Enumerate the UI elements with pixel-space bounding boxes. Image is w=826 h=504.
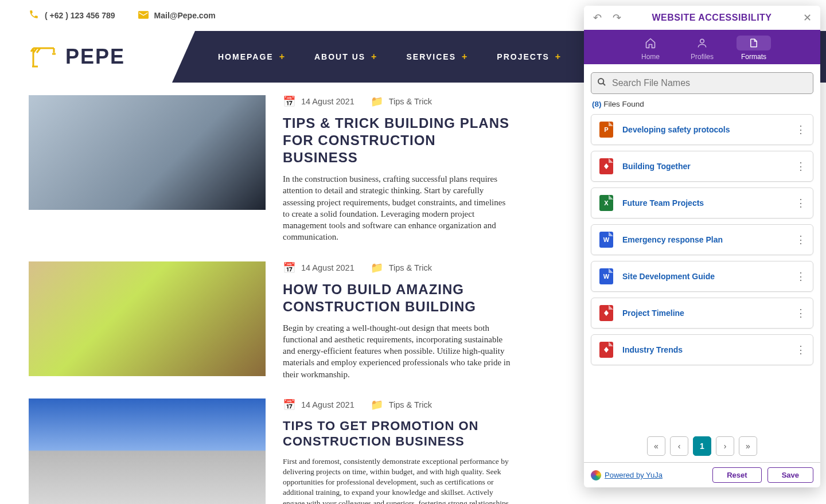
doc-icon: W — [599, 268, 613, 284]
email-text: Mail@Pepe.com — [154, 11, 216, 20]
nav-projects[interactable]: PROJECTS+ — [497, 52, 562, 62]
file-row[interactable]: Project Timeline⋮ — [591, 298, 813, 329]
yuja-icon — [591, 470, 601, 480]
close-button[interactable]: ✕ — [801, 11, 813, 24]
file-menu-button[interactable]: ⋮ — [796, 270, 805, 283]
file-name: Site Development Guide — [622, 272, 786, 281]
search-input[interactable] — [612, 78, 807, 88]
profile-icon — [685, 36, 719, 50]
article-thumb[interactable] — [29, 261, 266, 376]
file-row[interactable]: WSite Development Guide⋮ — [591, 261, 813, 292]
article-body: In the construction business, crafting s… — [283, 173, 511, 243]
file-menu-button[interactable]: ⋮ — [796, 160, 805, 173]
page-prev[interactable]: ‹ — [670, 436, 688, 456]
phone-icon — [29, 9, 39, 22]
page-last[interactable]: » — [739, 436, 757, 456]
plus-icon: + — [371, 52, 377, 62]
tab-profiles[interactable]: Profiles — [685, 36, 719, 64]
panel-footer: Powered by YuJa Reset Save — [584, 462, 820, 487]
file-row[interactable]: Building Together⋮ — [591, 151, 813, 182]
article-item: 📅14 Agust 2021 📁Tips & Trick TIPS & TRIC… — [29, 95, 511, 243]
article-body: First and foremost, consistently demonst… — [283, 456, 511, 504]
article-item: 📅14 Agust 2021 📁Tips & Trick HOW TO BUIL… — [29, 261, 511, 380]
folder-icon: 📁 — [371, 398, 383, 411]
save-button[interactable]: Save — [767, 467, 813, 483]
file-menu-button[interactable]: ⋮ — [796, 197, 805, 209]
article-cat: Tips & Trick — [389, 400, 432, 409]
tab-formats[interactable]: Formats — [737, 36, 771, 64]
mail-icon — [138, 10, 149, 22]
pdf-icon — [599, 305, 613, 321]
home-icon — [633, 36, 668, 50]
article-thumb[interactable] — [29, 398, 266, 504]
file-menu-button[interactable]: ⋮ — [796, 307, 805, 319]
plus-icon: + — [462, 52, 468, 62]
doc-icon: W — [599, 232, 613, 248]
article-item: 📅14 Agust 2021 📁Tips & Trick TIPS TO GET… — [29, 398, 511, 504]
plus-icon: + — [555, 52, 562, 62]
page-current[interactable]: 1 — [693, 436, 711, 456]
file-row[interactable]: Industry Trends⋮ — [591, 334, 813, 365]
file-row[interactable]: PDeveloping safety protocols⋮ — [591, 114, 813, 145]
file-list: PDeveloping safety protocols⋮Building To… — [584, 114, 820, 430]
nav-about[interactable]: ABOUT US+ — [314, 52, 377, 62]
article-date: 14 Agust 2021 — [301, 400, 354, 409]
article-cat: Tips & Trick — [389, 263, 432, 272]
article-title[interactable]: HOW TO BUILD AMAZING CONSTRUCTION BUILDI… — [283, 281, 511, 315]
article-body: Begin by creating a well-thought-out des… — [283, 322, 511, 380]
ppt-icon: P — [599, 122, 613, 138]
search-icon — [597, 77, 606, 89]
calendar-icon: 📅 — [283, 398, 295, 411]
article-title[interactable]: TIPS & TRICK BUILDING PLANS FOR CONSTRUC… — [283, 115, 511, 166]
article-thumb[interactable] — [29, 95, 266, 210]
file-menu-button[interactable]: ⋮ — [796, 123, 805, 136]
undo-button[interactable]: ↶ — [591, 11, 603, 24]
folder-icon: 📁 — [371, 95, 383, 108]
file-name: Emergency response Plan — [622, 235, 786, 244]
file-name: Building Together — [622, 162, 786, 171]
page-first[interactable]: « — [647, 436, 665, 456]
accessibility-panel: ↶ ↷ WEBSITE ACCESSIBILITY ✕ Home Profile… — [584, 6, 820, 487]
article-cat: Tips & Trick — [389, 97, 432, 106]
tab-home[interactable]: Home — [633, 36, 668, 64]
folder-icon: 📁 — [371, 261, 383, 274]
search-field[interactable] — [591, 72, 813, 94]
crane-icon — [29, 41, 57, 72]
powered-by-link[interactable]: Powered by YuJa — [591, 470, 663, 480]
phone[interactable]: ( +62 ) 123 456 789 — [29, 9, 115, 22]
nav-services[interactable]: SERVICES+ — [406, 52, 468, 62]
brand-text: PEPE — [65, 45, 125, 69]
svg-point-1 — [598, 79, 603, 84]
calendar-icon: 📅 — [283, 261, 295, 274]
logo[interactable]: PEPE — [0, 41, 172, 72]
file-name: Industry Trends — [622, 345, 786, 354]
article-date: 14 Agust 2021 — [301, 263, 354, 272]
article-title[interactable]: TIPS TO GET PROMOTION ON CONSTRUCTION BU… — [283, 418, 511, 450]
pagination: « ‹ 1 › » — [584, 430, 820, 462]
phone-text: ( +62 ) 123 456 789 — [45, 11, 115, 20]
files-found: (8) Files Found — [584, 100, 820, 114]
plus-icon: + — [279, 52, 286, 62]
panel-title: WEBSITE ACCESSIBILITY — [630, 13, 794, 23]
calendar-icon: 📅 — [283, 95, 295, 108]
article-date: 14 Agust 2021 — [301, 97, 354, 106]
email[interactable]: Mail@Pepe.com — [138, 10, 216, 22]
article-list: 📅14 Agust 2021 📁Tips & Trick TIPS & TRIC… — [0, 83, 539, 504]
file-row[interactable]: XFuture Team Projects⋮ — [591, 187, 813, 218]
pdf-icon — [599, 158, 613, 174]
page-next[interactable]: › — [716, 436, 734, 456]
svg-point-0 — [700, 39, 704, 43]
reset-button[interactable]: Reset — [712, 467, 761, 483]
document-icon — [737, 36, 771, 50]
file-name: Developing safety protocols — [622, 125, 786, 134]
redo-button[interactable]: ↷ — [610, 11, 623, 24]
file-name: Project Timeline — [622, 308, 786, 318]
pdf-icon — [599, 342, 613, 358]
file-menu-button[interactable]: ⋮ — [796, 233, 805, 246]
file-menu-button[interactable]: ⋮ — [796, 343, 805, 356]
xls-icon: X — [599, 195, 613, 211]
file-row[interactable]: WEmergency response Plan⋮ — [591, 224, 813, 255]
file-name: Future Team Projects — [622, 198, 786, 208]
nav-homepage[interactable]: HOMEPAGE+ — [218, 52, 286, 62]
panel-tabs: Home Profiles Formats — [584, 30, 820, 64]
